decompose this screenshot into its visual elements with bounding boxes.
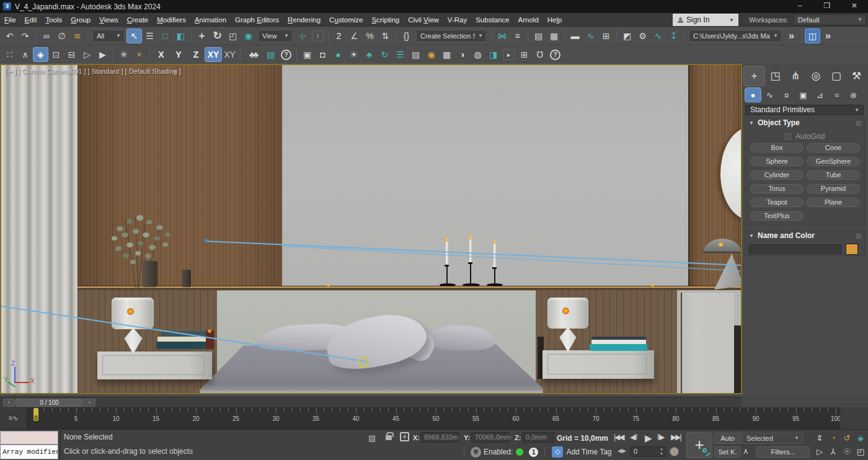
curtain[interactable] <box>1 65 78 394</box>
x-coordinate-field[interactable]: 8969,833m <box>420 432 459 443</box>
object-type-sphere-button[interactable]: Sphere <box>750 157 804 166</box>
save-workspace-icon[interactable]: ◫ <box>805 29 820 43</box>
corona-sun-icon[interactable]: ☀ <box>346 47 361 62</box>
tab-motion[interactable]: ◎ <box>805 66 826 86</box>
walk-through-icon[interactable]: ⅄ <box>827 446 839 458</box>
corona-light-icon[interactable]: ● <box>330 47 346 62</box>
go-to-start-icon[interactable]: |◀◀ <box>614 433 624 441</box>
menu-civil-view[interactable]: Civil View <box>404 13 443 27</box>
object-type-pyramid-button[interactable]: Pyramid <box>807 184 860 193</box>
rollout-pin[interactable] <box>856 121 861 126</box>
angle-snap-toggle-icon[interactable]: ∠ <box>347 29 362 43</box>
corona-interactive-icon[interactable]: ▸ <box>503 49 515 60</box>
spinner-snap-toggle-icon[interactable]: ⇅ <box>378 29 393 43</box>
forest-pack-icon[interactable]: ♣♣ <box>243 47 263 62</box>
snap-face2-icon[interactable]: ▶ <box>95 47 110 62</box>
menu-substance[interactable]: Substance <box>471 13 513 27</box>
select-and-link-icon[interactable]: ∞ <box>38 29 54 43</box>
axis-constraint-x[interactable]: X <box>153 47 170 62</box>
time-configuration-icon[interactable] <box>670 447 679 456</box>
object-type-textplus-button[interactable]: TextPlus <box>750 211 804 221</box>
corona-scatter-icon[interactable]: ▤ <box>408 47 423 62</box>
tab-modify[interactable]: ◳ <box>765 66 786 86</box>
object-type-tube-button[interactable]: Tube <box>807 170 860 180</box>
window-crossing-icon[interactable]: ◧ <box>173 29 188 43</box>
menu-v-ray[interactable]: V-Ray <box>443 13 471 27</box>
candle[interactable] <box>469 239 472 262</box>
candlestick[interactable] <box>446 266 448 285</box>
workspaces-dropdown[interactable]: Default▼ <box>794 14 866 25</box>
book[interactable] <box>590 344 647 351</box>
toggle-scene-explorer-icon[interactable]: ▤ <box>531 29 546 43</box>
select-and-rotate-icon[interactable]: ↻ <box>210 29 225 43</box>
object-name-field[interactable] <box>749 244 842 254</box>
sign-in-button[interactable]: Sign In ▼ <box>673 14 738 26</box>
small-vase[interactable] <box>182 270 191 287</box>
isolate-selection-icon[interactable]: ▧ <box>368 433 376 443</box>
auto-key-button[interactable]: Auto <box>714 433 741 444</box>
subtab-helpers[interactable]: ⊿ <box>812 87 828 102</box>
menu-group[interactable]: Group <box>66 13 95 27</box>
select-object-icon[interactable]: ↖ <box>126 29 142 43</box>
corona-frame-buffer-icon[interactable]: ◨ <box>485 47 501 62</box>
render-setup-icon[interactable]: ⚙ <box>635 29 650 43</box>
z-coordinate-field[interactable]: 0,0mm <box>522 432 554 443</box>
zoom-all-icon[interactable]: ◔ <box>827 432 839 445</box>
snap-pivot-icon[interactable]: ∧ <box>17 47 33 62</box>
bind-to-space-warp-icon[interactable]: ≋ <box>69 29 85 43</box>
corona-converter-icon[interactable]: ↻ <box>377 47 392 62</box>
maxscript-mini-listener[interactable] <box>0 431 58 445</box>
align-icon[interactable]: ≡ <box>510 29 525 43</box>
object-type-geosphere-button[interactable]: GeoSphere <box>807 157 860 166</box>
object-type-cylinder-button[interactable]: Cylinder <box>750 170 804 180</box>
corona-lightmix-icon[interactable]: ◍ <box>470 47 485 62</box>
menu-rendering[interactable]: Rendering <box>283 13 325 27</box>
category-dropdown[interactable]: Standard Primitives▼ <box>745 105 864 115</box>
object-type-torus-button[interactable]: Torus <box>750 184 804 193</box>
candlestick[interactable] <box>494 268 495 285</box>
subtab-spacewarps[interactable]: ≈ <box>828 87 845 102</box>
object-type-cone-button[interactable]: Cone <box>807 143 860 153</box>
undo-icon[interactable]: ↶ <box>2 29 17 43</box>
viewport-label[interactable]: [ + ] [ Corona Camera001 ] [ Standard ] … <box>5 68 181 75</box>
menu-scripting[interactable]: Scripting <box>367 13 404 27</box>
object-type-plane-button[interactable]: Plane <box>807 198 860 207</box>
axis-constraint-y[interactable]: Y <box>170 47 187 62</box>
count-badge[interactable]: 1 <box>529 448 538 457</box>
dark-slab[interactable] <box>734 325 742 394</box>
zoom-extents-icon[interactable]: ↺ <box>841 432 853 445</box>
set-key-button[interactable]: Set K. <box>714 446 741 458</box>
snaps-toggle-3d-icon[interactable]: ◈ <box>33 47 48 62</box>
candlestick[interactable] <box>470 263 471 285</box>
select-and-place-icon[interactable]: ◉ <box>241 29 256 43</box>
field-of-view-icon[interactable]: ▷ <box>813 446 826 458</box>
select-and-scale-icon[interactable]: ◰ <box>225 29 241 43</box>
viewport[interactable]: Z X Y [ + ] [ Corona Camera001 ] [ Stand… <box>0 64 742 394</box>
absolute-mode-icon[interactable]: ✛ <box>400 432 409 441</box>
material-editor-icon[interactable]: ◩ <box>619 29 635 43</box>
filter-funnel-icon[interactable]: ▼ <box>173 69 179 75</box>
rendered-frame-window-icon[interactable]: ∿ <box>650 29 666 43</box>
forest-help-icon[interactable]: ? <box>281 50 291 60</box>
selection-lock-icon[interactable] <box>386 435 392 440</box>
book[interactable] <box>156 342 212 349</box>
menu-edit[interactable]: Edit <box>20 13 42 27</box>
snap-xy-icon[interactable]: × <box>131 47 147 62</box>
time-tag-cube-icon[interactable]: ◇ <box>552 446 563 458</box>
toggle-layer-explorer-icon[interactable]: ▦ <box>546 29 562 43</box>
axis-constraint-z[interactable]: Z <box>187 47 205 62</box>
autogrid-checkbox[interactable] <box>785 133 792 140</box>
play-icon[interactable]: ▶ <box>645 433 651 444</box>
menu-modifiers[interactable]: Modifiers <box>153 13 190 27</box>
maxscript-listener-line[interactable]: Array modifier <box>0 445 58 459</box>
wardrobe-panel[interactable] <box>681 293 734 394</box>
snaps-toggle-icon[interactable]: 2 <box>331 29 347 43</box>
next-frame-button[interactable]: › <box>84 399 95 407</box>
reference-coordinate-system-dropdown[interactable]: View▼ <box>258 30 293 42</box>
redo-icon[interactable]: ↷ <box>17 29 33 43</box>
corona-camera-icon[interactable]: ▣ <box>299 47 315 62</box>
axis-constraint-xy[interactable]: XY <box>205 47 222 62</box>
book[interactable] <box>591 340 646 344</box>
maximize-viewport-icon[interactable]: ◰ <box>854 446 867 458</box>
book-upright[interactable] <box>206 330 214 349</box>
